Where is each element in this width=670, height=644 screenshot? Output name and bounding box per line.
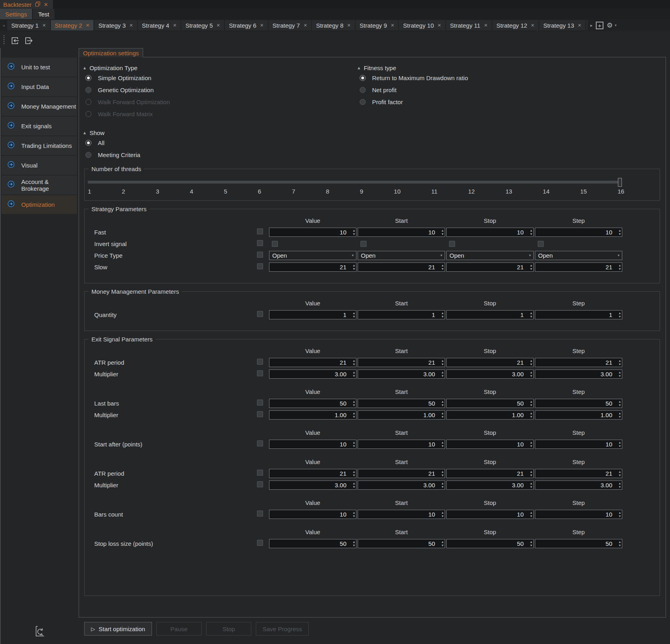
step-input[interactable]: 21▲▼: [535, 469, 622, 478]
drag-handle-icon[interactable]: [3, 34, 5, 47]
sidebar-item[interactable]: Money Management: [2, 97, 77, 116]
optimize-checkbox[interactable]: [257, 400, 263, 406]
radio-option[interactable]: Meeting Criteria: [83, 149, 358, 161]
stop-input[interactable]: 21▲▼: [446, 358, 534, 367]
spinner[interactable]: ▲▼: [619, 470, 621, 477]
stop-input[interactable]: 3.00▲▼: [446, 369, 534, 379]
sidebar-item[interactable]: Optimization: [2, 195, 77, 214]
fitness-type-header[interactable]: ▲ Fitness type: [358, 64, 661, 72]
spinner[interactable]: ▲▼: [353, 359, 355, 366]
step-select[interactable]: Open▾: [535, 251, 622, 260]
close-tab-icon[interactable]: ✕: [42, 23, 46, 28]
strategy-tab[interactable]: Strategy 9 ✕: [356, 20, 399, 30]
spinner[interactable]: ▲▼: [441, 228, 443, 236]
value-input[interactable]: 10▲▼: [269, 440, 356, 449]
spinner[interactable]: ▲▼: [619, 540, 621, 547]
strategy-tab[interactable]: Strategy 7 ✕: [269, 20, 312, 30]
spinner[interactable]: ▲▼: [441, 540, 443, 547]
strategy-tab[interactable]: Strategy 2 ✕: [51, 20, 94, 30]
spinner[interactable]: ▲▼: [353, 470, 355, 477]
close-tab-icon[interactable]: ✕: [304, 23, 307, 28]
stop-input[interactable]: 10▲▼: [446, 510, 534, 519]
radio-icon[interactable]: [85, 111, 91, 117]
value-input[interactable]: 21▲▼: [269, 469, 356, 478]
spinner[interactable]: ▲▼: [530, 470, 532, 477]
import-panel-icon[interactable]: [10, 36, 19, 45]
spinner[interactable]: ▲▼: [441, 440, 443, 448]
stop-checkbox[interactable]: [449, 241, 455, 247]
scroll-left-icon[interactable]: ◂: [0, 23, 7, 28]
strategy-tab[interactable]: Strategy 13 ✕: [539, 20, 585, 30]
close-tab-icon[interactable]: ✕: [217, 23, 220, 28]
spinner[interactable]: ▲▼: [353, 370, 355, 378]
optimization-type-header[interactable]: ▲ Optimization Type: [83, 64, 358, 72]
start-input[interactable]: 1▲▼: [358, 310, 445, 319]
value-input[interactable]: 1.00▲▼: [269, 410, 356, 420]
close-tab-icon[interactable]: ✕: [86, 23, 89, 28]
restore-window-icon[interactable]: [35, 1, 40, 8]
spinner[interactable]: ▲▼: [619, 228, 621, 236]
close-window-icon[interactable]: ✕: [44, 2, 48, 8]
strategy-tab[interactable]: Strategy 12 ✕: [492, 20, 538, 30]
strategy-tab[interactable]: Strategy 8 ✕: [312, 20, 355, 30]
optimize-checkbox[interactable]: [257, 240, 263, 246]
action-button[interactable]: ▷ Stop: [206, 622, 251, 636]
radio-icon[interactable]: [85, 75, 91, 81]
strategy-tab[interactable]: Strategy 10 ✕: [399, 20, 445, 30]
radio-option[interactable]: Walk Forward Matrix: [83, 108, 358, 120]
strategy-tab[interactable]: Strategy 4 ✕: [138, 20, 181, 30]
sidebar-item[interactable]: Exit signals: [2, 117, 77, 135]
step-input[interactable]: 3.00▲▼: [535, 369, 622, 379]
collapse-icon[interactable]: ▲: [83, 66, 86, 70]
spinner[interactable]: ▲▼: [441, 411, 443, 418]
optimize-checkbox[interactable]: [257, 311, 263, 317]
gear-dropdown-icon[interactable]: ▾: [615, 23, 617, 27]
optimize-checkbox[interactable]: [257, 470, 263, 476]
backtester-doc-tab[interactable]: Backtester ✕: [0, 0, 53, 9]
close-tab-icon[interactable]: ✕: [391, 23, 394, 28]
optimize-checkbox[interactable]: [257, 370, 263, 376]
radio-icon[interactable]: [85, 140, 91, 146]
start-input[interactable]: 3.00▲▼: [358, 369, 445, 379]
value-checkbox[interactable]: [272, 241, 278, 247]
value-input[interactable]: 3.00▲▼: [269, 369, 356, 379]
stop-input[interactable]: 21▲▼: [446, 262, 534, 272]
stop-input[interactable]: 3.00▲▼: [446, 480, 534, 490]
optimize-checkbox[interactable]: [257, 359, 263, 365]
spinner[interactable]: ▲▼: [530, 400, 532, 407]
radio-icon[interactable]: [360, 75, 366, 81]
value-input[interactable]: 21▲▼: [269, 262, 356, 272]
spinner[interactable]: ▲▼: [619, 263, 621, 271]
stop-input[interactable]: 21▲▼: [446, 469, 534, 478]
spinner[interactable]: ▲▼: [441, 470, 443, 477]
optimize-checkbox[interactable]: [257, 252, 263, 258]
spinner[interactable]: ▲▼: [441, 400, 443, 407]
start-input[interactable]: 1.00▲▼: [358, 410, 445, 420]
stop-input[interactable]: 10▲▼: [446, 440, 534, 449]
step-input[interactable]: 1.00▲▼: [535, 410, 622, 420]
value-input[interactable]: 50▲▼: [269, 539, 356, 548]
strategy-tab[interactable]: Strategy 5 ✕: [181, 20, 224, 30]
radio-icon[interactable]: [85, 152, 91, 158]
optimize-checkbox[interactable]: [257, 511, 263, 517]
close-tab-icon[interactable]: ✕: [130, 23, 133, 28]
value-input[interactable]: 10▲▼: [269, 228, 356, 237]
radio-icon[interactable]: [360, 99, 366, 105]
export-panel-icon[interactable]: [24, 36, 33, 45]
step-input[interactable]: 21▲▼: [535, 262, 622, 272]
start-input[interactable]: 3.00▲▼: [358, 480, 445, 490]
radio-icon[interactable]: [360, 87, 366, 93]
close-tab-icon[interactable]: ✕: [437, 23, 441, 28]
collapse-icon[interactable]: ▲: [83, 131, 86, 135]
stop-input[interactable]: 50▲▼: [446, 399, 534, 408]
strategy-tab[interactable]: Strategy 6 ✕: [225, 20, 268, 30]
spinner[interactable]: ▲▼: [530, 228, 532, 236]
close-tab-icon[interactable]: ✕: [531, 23, 534, 28]
spinner[interactable]: ▲▼: [530, 540, 532, 547]
action-button[interactable]: ▷ Save Progress: [256, 622, 309, 636]
optimize-checkbox[interactable]: [257, 263, 263, 269]
sidebar-item[interactable]: Account & Brokerage: [2, 176, 77, 194]
value-input[interactable]: 3.00▲▼: [269, 480, 356, 490]
spinner[interactable]: ▲▼: [353, 511, 355, 518]
step-input[interactable]: 21▲▼: [535, 358, 622, 367]
